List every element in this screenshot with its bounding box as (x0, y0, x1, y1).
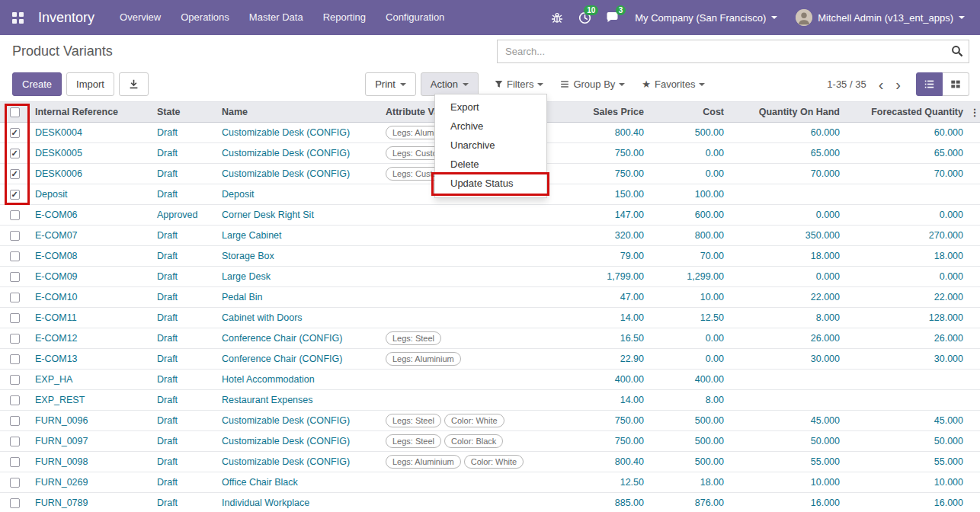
row-select-cell (0, 226, 29, 246)
name-cell: Hotel Accommodation (216, 370, 380, 390)
table-row[interactable]: E-COM06ApprovedCorner Desk Right Sit147.… (0, 205, 980, 226)
debug-bug-icon[interactable] (543, 0, 571, 35)
action-menu-item-archive[interactable]: Archive (435, 117, 546, 136)
row-end-cell (969, 328, 980, 349)
row-checkbox[interactable] (10, 293, 20, 302)
row-end-cell (969, 287, 980, 308)
sales-price-cell: 800.40 (568, 123, 650, 143)
table-row[interactable]: E-COM08DraftStorage Box79.0070.0018.0001… (0, 246, 980, 267)
pager-previous-button[interactable]: ‹ (873, 75, 890, 94)
select-all-checkbox[interactable] (10, 107, 20, 117)
filters-dropdown-button[interactable]: Filters (486, 72, 552, 96)
row-checkbox[interactable] (10, 272, 20, 282)
group-by-dropdown-button[interactable]: Group By (552, 72, 633, 96)
attribute-values-cell (380, 287, 568, 308)
row-checkbox[interactable] (10, 128, 20, 138)
attribute-values-cell (380, 205, 568, 226)
table-row[interactable]: FURN_0097DraftCustomizable Desk (CONFIG)… (0, 431, 980, 452)
kanban-view-button[interactable] (943, 72, 969, 96)
action-menu-item-delete[interactable]: Delete (435, 155, 546, 174)
nav-menu-operations[interactable]: Operations (171, 0, 239, 35)
attribute-tag: Color: Black (444, 434, 503, 448)
nav-menu-reporting[interactable]: Reporting (313, 0, 376, 35)
pager-next-button[interactable]: › (889, 75, 907, 94)
apps-menu-button[interactable] (0, 0, 35, 35)
column-header-forecasted-quantity[interactable]: Forecasted Quantity (846, 102, 969, 123)
column-header-quantity-on-hand[interactable]: Quantity On Hand (730, 102, 846, 123)
row-checkbox[interactable] (10, 375, 20, 385)
company-switcher[interactable]: My Company (San Francisco) (626, 0, 786, 35)
action-menu-item-unarchive[interactable]: Unarchive (435, 136, 546, 155)
state-cell: Draft (151, 308, 216, 328)
row-checkbox[interactable] (10, 498, 20, 508)
forecasted-quantity-cell: 50.000 (846, 431, 969, 452)
cost-cell: 0.00 (650, 349, 730, 370)
column-header-name[interactable]: Name (216, 102, 380, 123)
row-end-cell (969, 267, 980, 287)
row-checkbox[interactable] (10, 190, 20, 200)
app-name[interactable]: Inventory (35, 10, 110, 26)
forecasted-quantity-cell: 65.000 (846, 143, 969, 164)
chevron-down-icon (537, 83, 543, 86)
column-header-internal-reference[interactable]: Internal Reference (29, 102, 151, 123)
attribute-values-cell: Legs: Aluminium (380, 349, 568, 370)
action-menu-item-update-status[interactable]: Update Status (435, 174, 546, 194)
row-checkbox[interactable] (10, 169, 20, 179)
row-checkbox[interactable] (10, 457, 20, 467)
action-dropdown-button[interactable]: Action (421, 72, 479, 96)
filters-label: Filters (507, 78, 533, 90)
cost-cell: 12.50 (650, 308, 730, 328)
nav-menu-master-data[interactable]: Master Data (239, 0, 313, 35)
column-header-cost[interactable]: Cost (650, 102, 730, 123)
messages-chat-icon[interactable]: 3 (598, 0, 626, 35)
table-row[interactable]: FURN_0096DraftCustomizable Desk (CONFIG)… (0, 411, 980, 431)
nav-menu-configuration[interactable]: Configuration (376, 0, 454, 35)
create-button[interactable]: Create (12, 72, 62, 96)
list-view-button[interactable] (916, 72, 943, 96)
table-row[interactable]: EXP_RESTDraftRestaurant Expenses14.008.0… (0, 390, 980, 411)
table-row[interactable]: E-COM12DraftConference Chair (CONFIG)Leg… (0, 328, 980, 349)
favorites-dropdown-button[interactable]: ★ Favorites (633, 72, 713, 96)
table-row[interactable]: E-COM10DraftPedal Bin47.0010.0022.00022.… (0, 287, 980, 308)
optional-columns-icon[interactable]: ⋮ (970, 107, 980, 118)
row-checkbox[interactable] (10, 251, 20, 261)
group-by-label: Group By (573, 78, 615, 90)
row-checkbox[interactable] (10, 149, 20, 158)
search-input[interactable] (497, 40, 969, 63)
export-download-button[interactable] (119, 72, 149, 96)
attribute-tag: Legs: Aluminium (386, 455, 461, 469)
nav-menu-overview[interactable]: Overview (110, 0, 171, 35)
table-row[interactable]: FURN_0789DraftIndividual Workplace885.00… (0, 493, 980, 512)
table-row[interactable]: E-COM07DraftLarge Cabinet320.00800.00350… (0, 226, 980, 246)
user-menu[interactable]: Mitchell Admin (v13_ent_apps) (786, 0, 974, 35)
navbar-systray: 10 3 My Company (San Francisco) (543, 0, 980, 35)
row-checkbox[interactable] (10, 416, 20, 426)
cost-cell: 18.00 (650, 472, 730, 493)
table-row[interactable]: FURN_0269DraftOffice Chair Black12.5018.… (0, 472, 980, 493)
import-button[interactable]: Import (66, 72, 114, 96)
table-row[interactable]: FURN_0098DraftCustomizable Desk (CONFIG)… (0, 452, 980, 472)
row-checkbox[interactable] (10, 313, 20, 323)
table-row[interactable]: E-COM13DraftConference Chair (CONFIG)Leg… (0, 349, 980, 370)
search-icon[interactable] (951, 45, 963, 60)
row-end-cell (969, 123, 980, 143)
row-checkbox[interactable] (10, 210, 20, 220)
activities-clock-icon[interactable]: 10 (571, 0, 598, 35)
row-checkbox[interactable] (10, 395, 20, 405)
table-row[interactable]: EXP_HADraftHotel Accommodation400.00400.… (0, 370, 980, 390)
state-cell: Draft (151, 493, 216, 512)
row-checkbox[interactable] (10, 354, 20, 364)
row-select-cell (0, 164, 29, 184)
row-checkbox[interactable] (10, 437, 20, 446)
view-switcher (916, 72, 969, 96)
column-header-state[interactable]: State (151, 102, 216, 123)
table-row[interactable]: E-COM11DraftCabinet with Doors14.0012.50… (0, 308, 980, 328)
table-row[interactable]: E-COM09DraftLarge Desk1,799.001,299.000.… (0, 267, 980, 287)
row-checkbox[interactable] (10, 231, 20, 241)
column-header-sales-price[interactable]: Sales Price (568, 102, 650, 123)
row-checkbox[interactable] (10, 334, 20, 344)
action-menu-item-export[interactable]: Export (435, 98, 546, 117)
row-checkbox[interactable] (10, 478, 20, 488)
row-end-cell (969, 411, 980, 431)
print-dropdown-button[interactable]: Print (365, 72, 416, 96)
